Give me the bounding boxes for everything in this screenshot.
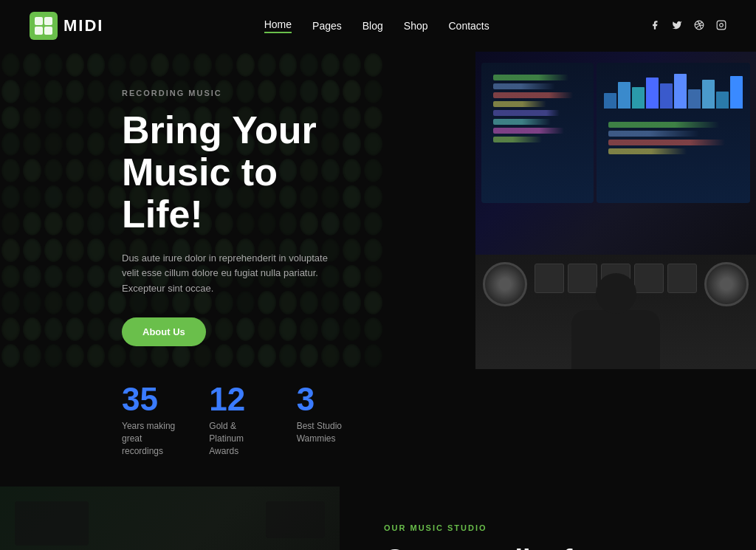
hero-title-line2: Music to Life! (122, 151, 278, 236)
studio-section: Our Music Studio Great quality for your … (0, 487, 756, 550)
facebook-icon[interactable] (650, 20, 660, 32)
person-image-area (0, 487, 340, 550)
studio-content: Our Music Studio Great quality for your … (340, 487, 756, 550)
logo-text: MIDI (63, 16, 103, 35)
instagram-icon[interactable] (716, 20, 726, 32)
stat-awards-number: 12 (209, 383, 267, 416)
header: MIDI Home Pages Blog Shop Contacts (0, 0, 756, 52)
studio-placeholder (475, 52, 756, 369)
studio-section-label: Our Music Studio (384, 523, 726, 532)
main-nav: Home Pages Blog Shop Contacts (264, 18, 489, 33)
dribbble-icon[interactable] (694, 20, 704, 32)
nav-contacts[interactable]: Contacts (449, 20, 489, 32)
stat-wammies-label: Best Studio Wammies (297, 420, 354, 445)
twitter-icon[interactable] (672, 20, 682, 32)
studio-section-title: Great quality for your tracks (384, 544, 726, 550)
svg-rect-2 (35, 27, 43, 35)
hero-description: Dus aute irure dolor in reprehenderit in… (122, 251, 336, 297)
stat-wammies: 3 Best Studio Wammies (297, 383, 354, 457)
recording-label: Recording Music (122, 89, 354, 97)
stat-awards-label: Gold & Platinum Awards (209, 420, 267, 457)
stat-wammies-number: 3 (297, 383, 354, 416)
about-us-button[interactable]: About Us (122, 317, 206, 346)
svg-rect-5 (717, 21, 726, 30)
nav-pages[interactable]: Pages (312, 20, 342, 32)
logo-icon (30, 12, 58, 40)
hero-studio-image (475, 52, 756, 369)
nav-home[interactable]: Home (264, 18, 292, 33)
hero-content: Recording Music Bring Your Music to Life… (0, 52, 384, 487)
stats-row: 35 Years making great recordings 12 Gold… (122, 383, 354, 457)
social-icons (650, 20, 726, 32)
svg-rect-3 (44, 27, 52, 35)
logo-area: MIDI (30, 12, 103, 40)
stat-years-label: Years making great recordings (122, 420, 179, 457)
nav-shop[interactable]: Shop (404, 20, 428, 32)
studio-title-line1: Great quality for your (384, 544, 669, 550)
hero-title-line1: Bring Your (122, 109, 317, 151)
svg-rect-1 (44, 17, 52, 25)
svg-rect-0 (35, 17, 43, 25)
nav-blog[interactable]: Blog (362, 20, 383, 32)
stat-awards: 12 Gold & Platinum Awards (209, 383, 267, 457)
hero-title: Bring Your Music to Life! (122, 109, 354, 236)
stat-years: 35 Years making great recordings (122, 383, 179, 457)
person-placeholder (0, 487, 340, 550)
hero-section: // Will be generated inline Recording Mu… (0, 52, 756, 487)
stat-years-number: 35 (122, 383, 179, 416)
